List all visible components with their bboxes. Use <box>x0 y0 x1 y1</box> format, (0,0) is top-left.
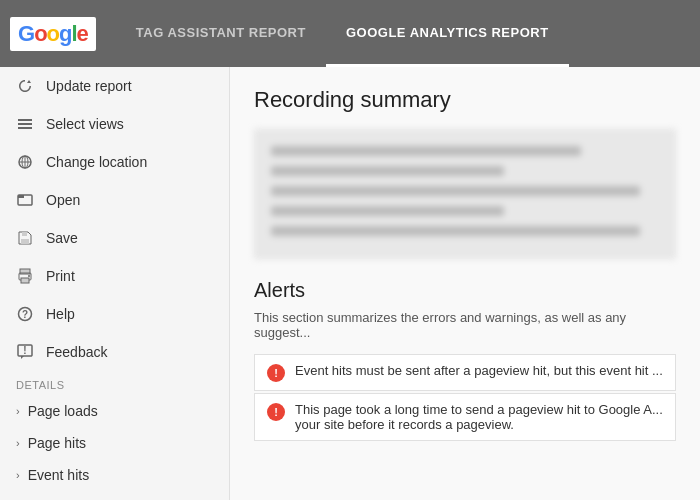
page-loads-label: Page loads <box>28 403 98 419</box>
feedback-icon: ! <box>16 343 34 361</box>
alert-item-1: ! Event hits must be sent after a pagevi… <box>254 354 676 391</box>
sidebar-item-help[interactable]: ? Help <box>0 295 229 333</box>
google-logo: Google <box>10 17 96 51</box>
sidebar-item-page-hits[interactable]: › Page hits <box>0 427 229 459</box>
sidebar-item-page-loads[interactable]: › Page loads <box>0 395 229 427</box>
header: Google TAG ASSISTANT REPORT GOOGLE ANALY… <box>0 0 700 67</box>
save-label: Save <box>46 230 78 246</box>
help-label: Help <box>46 306 75 322</box>
main-content: Recording summary Alerts This section su… <box>230 67 700 500</box>
sidebar-item-update-report[interactable]: Update report <box>0 67 229 105</box>
tab-google-analytics[interactable]: GOOGLE ANALYTICS REPORT <box>326 0 569 67</box>
select-views-icon <box>16 115 34 133</box>
update-report-icon <box>16 77 34 95</box>
svg-marker-0 <box>27 80 31 83</box>
blurred-line-5 <box>271 226 640 236</box>
blurred-line-4 <box>271 206 504 216</box>
sidebar-item-feedback[interactable]: ! Feedback <box>0 333 229 371</box>
tab-tag-assistant[interactable]: TAG ASSISTANT REPORT <box>116 0 326 67</box>
sidebar-item-select-views[interactable]: Select views <box>0 105 229 143</box>
open-label: Open <box>46 192 80 208</box>
google-logo-text: Google <box>18 21 88 46</box>
alert-error-icon-2: ! <box>267 403 285 421</box>
blurred-line-2 <box>271 166 504 176</box>
svg-rect-1 <box>18 119 32 121</box>
sidebar: Update report Select views <box>0 67 230 500</box>
svg-point-15 <box>28 275 30 277</box>
recording-summary-title: Recording summary <box>254 87 676 113</box>
save-icon <box>16 229 34 247</box>
alert-error-icon-1: ! <box>267 364 285 382</box>
blurred-line-1 <box>271 146 581 156</box>
sidebar-item-change-location[interactable]: Change location <box>0 143 229 181</box>
svg-rect-14 <box>21 278 29 283</box>
sidebar-item-event-hits[interactable]: › Event hits <box>0 459 229 491</box>
alert-text-1: Event hits must be sent after a pageview… <box>295 363 663 378</box>
alert-text-2: This page took a long time to send a pag… <box>295 402 663 432</box>
body-wrap: Update report Select views <box>0 67 700 500</box>
change-location-label: Change location <box>46 154 147 170</box>
nav-tabs: TAG ASSISTANT REPORT GOOGLE ANALYTICS RE… <box>116 0 569 67</box>
svg-rect-11 <box>22 232 27 236</box>
alerts-description: This section summarizes the errors and w… <box>254 310 676 340</box>
svg-rect-10 <box>21 239 29 244</box>
page-hits-label: Page hits <box>28 435 86 451</box>
change-location-icon <box>16 153 34 171</box>
svg-rect-2 <box>18 123 32 125</box>
page-hits-chevron: › <box>16 437 20 449</box>
page-loads-chevron: › <box>16 405 20 417</box>
details-section-label: Details <box>0 371 229 395</box>
print-label: Print <box>46 268 75 284</box>
recording-summary-blurred <box>254 129 676 259</box>
svg-rect-9 <box>18 195 24 198</box>
svg-text:?: ? <box>22 309 28 320</box>
svg-rect-3 <box>18 127 32 129</box>
update-report-label: Update report <box>46 78 132 94</box>
event-hits-label: Event hits <box>28 467 89 483</box>
svg-text:!: ! <box>23 345 26 356</box>
feedback-label: Feedback <box>46 344 107 360</box>
blurred-line-3 <box>271 186 640 196</box>
sidebar-item-save[interactable]: Save <box>0 219 229 257</box>
sidebar-item-open[interactable]: Open <box>0 181 229 219</box>
print-icon <box>16 267 34 285</box>
alerts-title: Alerts <box>254 279 676 302</box>
help-icon: ? <box>16 305 34 323</box>
open-icon <box>16 191 34 209</box>
alert-item-2: ! This page took a long time to send a p… <box>254 393 676 441</box>
event-hits-chevron: › <box>16 469 20 481</box>
sidebar-item-print[interactable]: Print <box>0 257 229 295</box>
select-views-label: Select views <box>46 116 124 132</box>
